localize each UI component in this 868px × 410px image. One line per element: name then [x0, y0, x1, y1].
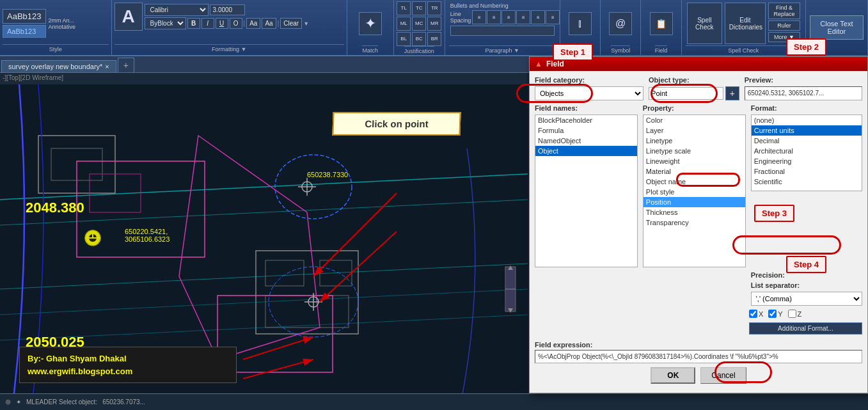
xyz-spacer	[535, 310, 744, 335]
object-type-pick-btn[interactable]: +	[725, 86, 739, 100]
prop-lineweight[interactable]: Lineweight	[643, 156, 745, 166]
format-decimal[interactable]: Decimal	[752, 136, 862, 146]
bold-btn[interactable]: B	[187, 18, 200, 29]
match-icon[interactable]: ✦	[359, 12, 382, 35]
field-names-label: Field names:	[535, 104, 638, 112]
large-text-icon[interactable]: A	[114, 3, 143, 31]
find-replace-btn[interactable]: Find & Replace	[768, 3, 800, 19]
spacing-icon-3[interactable]: ≡	[501, 10, 516, 24]
justify-bl[interactable]: BL	[397, 32, 411, 46]
author-box: By:- Ghan Shyam Dhakal www.ergwifi.blogs…	[19, 347, 237, 383]
additional-format-btn[interactable]: Additional Format...	[749, 322, 862, 335]
list-item-formula[interactable]: Formula	[535, 125, 637, 136]
y-checkbox[interactable]	[768, 310, 777, 318]
format-scientific[interactable]: Scientific	[752, 177, 862, 187]
justify-ml[interactable]: ML	[397, 17, 411, 31]
list-item-namedobject[interactable]: NamedObject	[535, 136, 637, 146]
style-name-1: 2mm An...	[49, 17, 76, 24]
font-size-input[interactable]	[210, 4, 245, 15]
format-engineering[interactable]: Engineering	[752, 156, 862, 166]
font-aa-btn[interactable]: Aa	[246, 18, 260, 29]
justify-tr[interactable]: TR	[427, 1, 441, 15]
y-checkbox-label[interactable]: Y	[768, 310, 782, 318]
style-box-2[interactable]: AaBb123	[3, 25, 46, 38]
tab-close-icon[interactable]: ×	[105, 63, 109, 70]
style-label: Style	[3, 44, 109, 52]
z-checkbox-label[interactable]: Z	[788, 310, 802, 318]
color-dropdown[interactable]: ByBlock	[145, 17, 186, 29]
format-none[interactable]: (none)	[752, 115, 862, 125]
justify-tc[interactable]: TC	[412, 1, 426, 15]
list-separator-select[interactable]: ',' (Comma)	[751, 292, 862, 306]
symbol-icon[interactable]: @	[609, 12, 632, 35]
overline-btn[interactable]: O	[230, 18, 242, 29]
prop-transparency[interactable]: Transparency	[643, 217, 745, 228]
close-text-editor-btn[interactable]: Close Text Editor	[810, 15, 864, 40]
ok-btn[interactable]: OK	[651, 367, 695, 384]
match-label: Match	[362, 45, 378, 54]
style-name-2: Annotative	[49, 24, 76, 30]
format-architectural[interactable]: Architectural	[752, 146, 862, 156]
formatting-label: Formatting ▼	[114, 44, 344, 52]
svg-rect-2	[256, 251, 358, 334]
justify-mr[interactable]: MR	[427, 17, 441, 31]
prop-position[interactable]: Position	[643, 197, 745, 207]
prop-color[interactable]: Color	[643, 115, 745, 125]
property-list[interactable]: Color Layer Linetype Linetype scale Line…	[643, 114, 746, 267]
font-dropdown[interactable]: Calibri	[145, 4, 209, 16]
spacing-icon-1[interactable]: ≡	[472, 10, 486, 24]
prop-layer[interactable]: Layer	[643, 125, 745, 136]
prop-object-name[interactable]: Object name	[643, 177, 745, 187]
format-list[interactable]: (none) Current units Decimal Architectur…	[751, 114, 862, 191]
cancel-btn[interactable]: Cancel	[700, 367, 746, 384]
field-names-col: Field names: BlockPlaceholder Formula Na…	[535, 104, 638, 267]
xyz-row: X Y Z Additional Format...	[535, 310, 862, 335]
underline-btn[interactable]: U	[216, 18, 228, 29]
list-item-blockplaceholder[interactable]: BlockPlaceholder	[535, 115, 637, 125]
new-tab-btn[interactable]: +	[118, 58, 134, 72]
justify-mc[interactable]: MC	[412, 17, 426, 31]
field-icon[interactable]: 📋	[650, 12, 673, 35]
columns-icon[interactable]: ⫿	[569, 12, 592, 35]
prop-material[interactable]: Material	[643, 166, 745, 177]
spell-check-btn[interactable]: Spell Check	[687, 3, 722, 44]
field-category-select[interactable]: Objects	[535, 86, 643, 100]
dialog-title-icon: ▲	[535, 59, 542, 68]
justification-section: TL TC TR ML MC MR BL BC BR Justification	[394, 0, 445, 55]
field-dialog: ▲ Field Field category: Objects Object t…	[529, 56, 868, 393]
precision-col	[643, 271, 746, 306]
prop-linetype-scale[interactable]: Linetype scale	[643, 146, 745, 156]
edit-dict-btn[interactable]: Edit Dictionaries	[725, 3, 766, 44]
spacing-icon-5[interactable]: ≡	[531, 10, 545, 24]
dialog-main-row: Field names: BlockPlaceholder Formula Na…	[535, 104, 862, 267]
active-tab[interactable]: survey overlay new boundary* ×	[1, 60, 116, 72]
style-box-1[interactable]: AaBb123	[3, 9, 46, 24]
ruler-btn[interactable]: Ruler	[768, 20, 800, 31]
format-current-units[interactable]: Current units	[752, 125, 862, 136]
clear-btn[interactable]: Clear	[280, 18, 302, 29]
prop-thickness[interactable]: Thickness	[643, 207, 745, 217]
sym-aa-btn[interactable]: Aa	[262, 18, 276, 29]
x-checkbox[interactable]	[749, 310, 757, 318]
property-col: Property: Color Layer Linetype Linetype …	[643, 104, 746, 267]
dialog-title-text: Field	[546, 59, 564, 68]
svg-line-29	[313, 193, 397, 276]
prop-linetype[interactable]: Linetype	[643, 136, 745, 146]
object-type-input[interactable]	[649, 87, 723, 100]
field-names-list[interactable]: BlockPlaceholder Formula NamedObject Obj…	[535, 114, 638, 267]
z-checkbox[interactable]	[788, 310, 796, 318]
dialog-top-row: Field category: Objects Object type: + P…	[535, 76, 862, 100]
spacing-icon-4[interactable]: ≡	[516, 10, 530, 24]
spacing-icon-2[interactable]: ≡	[487, 10, 501, 24]
justify-tl[interactable]: TL	[397, 1, 411, 15]
crosshair-1	[298, 178, 316, 196]
spacing-icon-6[interactable]: ≡	[546, 10, 560, 24]
prop-plot-style[interactable]: Plot style	[643, 187, 745, 197]
format-fractional[interactable]: Fractional	[752, 166, 862, 177]
list-item-object[interactable]: Object	[535, 146, 637, 156]
justify-br[interactable]: BR	[427, 32, 441, 46]
italic-btn[interactable]: I	[201, 18, 214, 29]
clear-arrow[interactable]: ▼	[303, 20, 309, 27]
justify-bc[interactable]: BC	[412, 32, 426, 46]
x-checkbox-label[interactable]: X	[749, 310, 763, 318]
